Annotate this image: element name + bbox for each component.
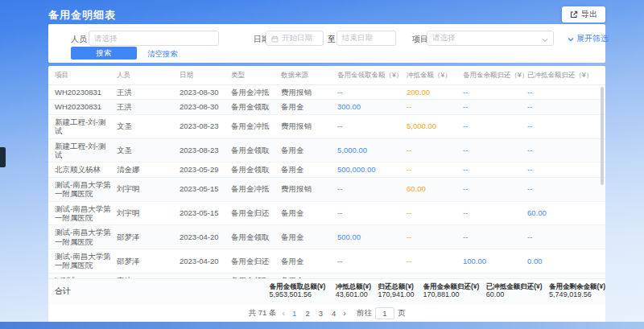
vertical-scrollbar[interactable]: [601, 87, 604, 185]
table-cell: --: [525, 273, 605, 278]
summary-row: 合计 备用金领取总额(¥) 5,953,501.56 冲抵总额(¥) 43,60…: [48, 278, 605, 304]
table-cell: 1,000.00: [335, 273, 404, 278]
column-header-date: 日期: [177, 66, 229, 85]
table-cell: 费用报销: [279, 85, 335, 100]
filter-panel: 人员 日期 开始日期 至 结束日期 项目 请选择: [48, 24, 605, 63]
table-cell: 备用金归还: [229, 249, 279, 273]
table-cell: --: [525, 114, 605, 138]
table-cell: 2023-05-15: [177, 177, 229, 201]
date-end-picker[interactable]: 结束日期: [336, 31, 396, 46]
column-header-balance-return: 备用金余额归还（¥）: [460, 66, 525, 85]
table-cell: --: [460, 177, 525, 201]
goto-label: 前往: [357, 308, 372, 319]
column-header-person: 人员: [114, 66, 177, 85]
expand-filter-label: 展开筛选: [576, 33, 609, 44]
summary-stat-value: 60.00: [486, 290, 549, 300]
table-row: 测试-南昌大学第一附属医院邵梦泽2023-04-20备用金领取备用金500.00…: [48, 225, 605, 249]
table-cell: 2023-05-15: [177, 201, 229, 225]
side-drawer-handle[interactable]: [0, 147, 6, 167]
table-cell: 200.00: [404, 85, 460, 100]
table-cell: 文圣: [114, 114, 177, 138]
summary-stat-label: 冲抵总额(¥): [336, 282, 378, 291]
clear-search-link[interactable]: 清空搜索: [147, 49, 178, 60]
table-row: lx测试2李峡2023-04-11备用金领取备用金1,000.00------: [48, 273, 605, 278]
table-cell: 60.00: [404, 177, 460, 201]
page-button-4[interactable]: 4: [330, 309, 337, 318]
table-cell: 备用金: [279, 100, 335, 114]
summary-stat-value: 5,749,019.56: [549, 290, 605, 300]
summary-stat-value: 170,941.00: [378, 290, 423, 300]
table-cell: 王洪: [114, 100, 177, 114]
table-cell: 备用金冲抵: [229, 85, 279, 100]
summary-stat-value: 43,601.00: [336, 290, 378, 300]
table-row: 测试-南昌大学第一附属医院刘宇明2023-05-15备用金归还备用金------…: [48, 201, 605, 225]
table-cell: 2023-08-30: [177, 85, 229, 100]
date-start-placeholder: 开始日期: [282, 33, 312, 43]
table-cell: WH20230831: [48, 100, 114, 114]
page-button-3[interactable]: 3: [317, 309, 324, 318]
goto-page-input[interactable]: [375, 307, 394, 319]
table-cell: --: [460, 273, 525, 278]
table-cell: 北京顺义杨林: [48, 162, 114, 177]
table-cell: --: [525, 162, 605, 177]
data-table-panel: 项目 人员 日期 类型 数据来源 备用金领取金额（¥） 冲抵金额（¥） 备用金余…: [48, 66, 605, 322]
page-title: 备用金明细表: [48, 8, 116, 23]
table-header-row: 项目 人员 日期 类型 数据来源 备用金领取金额（¥） 冲抵金额（¥） 备用金余…: [48, 66, 605, 85]
column-header-source: 数据来源: [279, 66, 335, 85]
table-cell: 2023-08-23: [177, 114, 229, 138]
search-button[interactable]: 搜索: [71, 47, 137, 60]
pagination-total: 共 71 条: [249, 308, 277, 319]
table-cell: 李峡: [114, 273, 177, 278]
table-cell: --: [335, 201, 404, 225]
table-cell: 500.00: [335, 225, 404, 249]
prev-page-button[interactable]: ‹: [282, 309, 285, 318]
table-cell: --: [335, 85, 404, 100]
table-cell: 备用金: [279, 201, 335, 225]
project-select[interactable]: 请选择: [427, 31, 554, 46]
table-cell: --: [460, 100, 525, 114]
table-cell: 备用金领取: [229, 138, 279, 162]
table-cell: 文圣: [114, 138, 177, 162]
table-cell: --: [460, 114, 525, 138]
next-page-button[interactable]: ›: [343, 309, 346, 318]
page-button-2[interactable]: 2: [303, 309, 311, 318]
expand-filter-link[interactable]: 展开筛选: [568, 33, 609, 44]
column-header-offset-return: 已冲抵金额归还（¥）: [525, 66, 605, 85]
table-cell: 备用金: [279, 138, 335, 162]
project-filter-label: 项目: [412, 34, 428, 45]
table-cell: 新建工程-刘-测试: [48, 138, 114, 162]
table-cell: 备用金领取: [229, 162, 279, 177]
table-body: WH20230831王洪2023-08-30备用金冲抵费用报销--200.00-…: [48, 85, 605, 278]
summary-stat: 备用金剩余金额(¥) 5,749,019.56: [549, 282, 605, 300]
project-select-placeholder: 请选择: [432, 33, 456, 43]
table-cell: 测试-南昌大学第一附属医院: [48, 177, 114, 201]
table-cell: WH20230831: [48, 85, 114, 100]
table-cell: 备用金: [279, 225, 335, 249]
table-cell: 邵梦泽: [114, 249, 177, 273]
date-start-picker[interactable]: 开始日期: [266, 31, 324, 46]
table-cell: 备用金: [279, 273, 335, 278]
table-cell: 费用报销: [279, 177, 335, 201]
summary-stat-label: 备用金领取总额(¥): [269, 282, 335, 291]
table-cell: 备用金冲抵: [229, 177, 279, 201]
table-scroll-area: 项目 人员 日期 类型 数据来源 备用金领取金额（¥） 冲抵金额（¥） 备用金余…: [48, 66, 605, 278]
summary-stat-value: 170,881.00: [423, 290, 485, 300]
person-select-input[interactable]: [94, 34, 213, 43]
export-button[interactable]: 导出: [562, 6, 605, 23]
person-filter-label: 人员: [71, 34, 87, 45]
table-cell: --: [404, 201, 460, 225]
person-select[interactable]: [89, 31, 219, 46]
table-cell: 刘宇明: [114, 201, 177, 225]
table-cell: 备用金: [279, 249, 335, 273]
table-cell: 2023-08-30: [177, 100, 229, 114]
chevron-down-icon: [542, 31, 548, 46]
page-button-1[interactable]: 1: [291, 309, 298, 318]
table-cell: 备用金: [279, 162, 335, 177]
summary-stat-label: 已冲抵金额归还(¥): [486, 282, 549, 291]
table-cell: 100.00: [460, 249, 525, 273]
table-cell: 5,000.00: [404, 114, 460, 138]
table-cell: --: [404, 273, 460, 278]
table-row: WH20230831王洪2023-08-30备用金领取备用金300.00----…: [48, 100, 605, 114]
table-cell: --: [525, 100, 605, 114]
bottom-decoration-band: [0, 322, 644, 329]
